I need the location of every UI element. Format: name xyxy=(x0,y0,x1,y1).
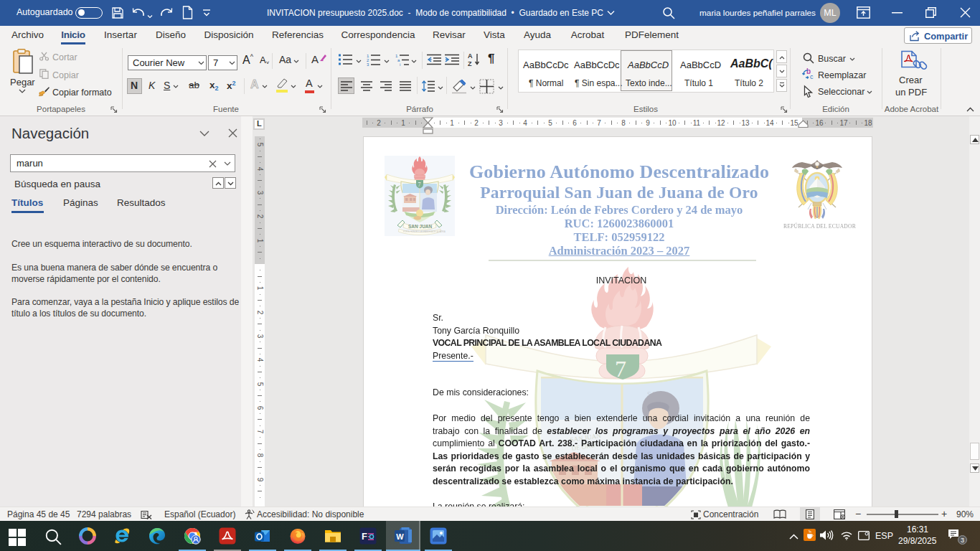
svg-text:F: F xyxy=(362,531,367,542)
svg-text:c: c xyxy=(810,73,814,80)
svg-text:3: 3 xyxy=(367,62,369,67)
svg-text:Z: Z xyxy=(468,60,472,67)
svg-text:i: i xyxy=(400,62,400,67)
svg-text:A: A xyxy=(468,52,473,60)
svg-text:W: W xyxy=(396,532,404,541)
